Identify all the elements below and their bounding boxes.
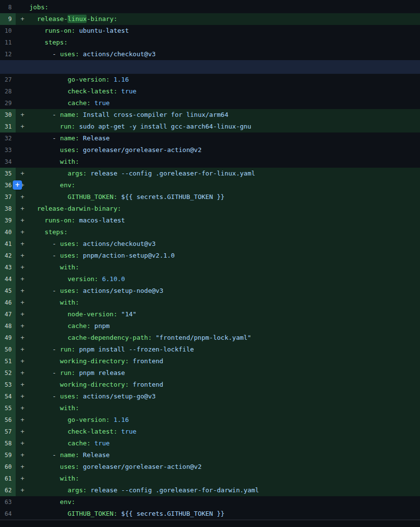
line-number[interactable]: 54: [0, 391, 16, 402]
line-number[interactable]: 63: [0, 496, 16, 508]
diff-add-marker: +: [16, 355, 29, 367]
line-number[interactable]: 41: [0, 238, 16, 250]
line-number[interactable]: 40: [0, 226, 16, 238]
diff-row: 59+ - name: Release: [0, 449, 420, 461]
code-token: check-latest:: [29, 428, 117, 435]
line-number[interactable]: 32: [0, 132, 16, 144]
line-number[interactable]: 52: [0, 367, 16, 379]
code-token: release --config .goreleaser-for-linux.y…: [87, 170, 255, 177]
diff-add-marker: [16, 74, 29, 86]
code-token: 1.16: [110, 416, 129, 423]
line-number[interactable]: 35: [0, 168, 16, 179]
diff-add-marker: +: [16, 402, 29, 414]
line-number[interactable]: 33: [0, 144, 16, 156]
line-number[interactable]: 47: [0, 308, 16, 320]
code-line: node-version: "14": [29, 308, 420, 320]
line-number[interactable]: 12: [0, 48, 16, 60]
line-number[interactable]: 58: [0, 438, 16, 449]
diff-add-marker: +: [16, 191, 29, 203]
code-token: cache:: [29, 439, 90, 447]
code-token: ${{ secrets.GITHUB_TOKEN }}: [117, 510, 224, 517]
diff-row: 30+ - name: Install cross-compiler for l…: [0, 109, 420, 121]
line-number[interactable]: 30: [0, 109, 16, 121]
diff-add-marker: +: [16, 473, 29, 484]
code-line: - uses: pnpm/action-setup@v2.1.0: [29, 250, 420, 262]
code-line: cache-dependency-path: "frontend/pnpm-lo…: [29, 332, 420, 344]
line-number[interactable]: 29: [0, 97, 16, 109]
line-number[interactable]: 61: [0, 473, 16, 484]
code-line: cache: pnpm: [29, 320, 420, 332]
line-number[interactable]: 62: [0, 484, 16, 496]
code-token: release-darwin-binary:: [29, 205, 121, 212]
code-token: true: [90, 439, 110, 447]
code-token: uses:: [60, 240, 79, 247]
code-line: - name: Install cross-compiler for linux…: [29, 109, 420, 121]
line-number[interactable]: 44: [0, 273, 16, 285]
line-number[interactable]: 60: [0, 461, 16, 473]
diff-row: 12 - uses: actions/checkout@v3: [0, 48, 420, 60]
code-token: runs-on:: [29, 217, 75, 224]
line-number[interactable]: 51: [0, 355, 16, 367]
diff-row: 11 steps:: [0, 37, 420, 48]
diff-add-marker: +: [16, 484, 29, 496]
line-number[interactable]: 38: [0, 203, 16, 215]
diff-row: 54+ - uses: actions/setup-go@v3: [0, 391, 420, 402]
diff-row: 36+ env:+: [0, 179, 420, 191]
code-token: -: [29, 287, 60, 294]
line-number[interactable]: 9: [0, 13, 16, 25]
diff-row: 35+ args: release --config .goreleaser-f…: [0, 168, 420, 179]
line-number[interactable]: 42: [0, 250, 16, 262]
line-number[interactable]: 59: [0, 449, 16, 461]
code-line: - run: pnpm install --frozen-lockfile: [29, 344, 420, 355]
code-token: check-latest:: [29, 88, 117, 95]
code-token: go-version:: [29, 416, 110, 423]
line-number[interactable]: 31: [0, 121, 16, 132]
code-token: GITHUB_TOKEN:: [29, 510, 117, 517]
diff-row: 43+ with:: [0, 262, 420, 273]
line-number[interactable]: 49: [0, 332, 16, 344]
line-number[interactable]: 28: [0, 86, 16, 97]
line-number[interactable]: 57: [0, 426, 16, 438]
line-number[interactable]: 55: [0, 402, 16, 414]
line-number[interactable]: 43: [0, 262, 16, 273]
line-number[interactable]: 11: [0, 37, 16, 48]
diff-row: 51+ working-directory: frontend: [0, 355, 420, 367]
code-token: args:: [29, 170, 87, 177]
code-token: GITHUB_TOKEN:: [29, 193, 117, 200]
line-number[interactable]: 45: [0, 285, 16, 297]
line-number[interactable]: 34: [0, 156, 16, 168]
line-number[interactable]: 53: [0, 379, 16, 391]
line-number[interactable]: 50: [0, 344, 16, 355]
line-number[interactable]: 46: [0, 297, 16, 308]
diff-add-marker: +: [16, 449, 29, 461]
code-token: actions/checkout@v3: [79, 240, 156, 247]
code-line: with:: [29, 297, 420, 308]
line-number[interactable]: 48: [0, 320, 16, 332]
code-token: uses:: [60, 287, 79, 294]
line-number[interactable]: 10: [0, 25, 16, 37]
code-token: macos-latest: [75, 217, 125, 224]
line-number[interactable]: 27: [0, 74, 16, 86]
hunk-expander[interactable]: [0, 60, 420, 74]
diff-row: 39+ runs-on: macos-latest: [0, 215, 420, 226]
diff-row: 44+ version: 6.10.0: [0, 273, 420, 285]
code-line: check-latest: true: [29, 426, 420, 438]
line-number[interactable]: 64: [0, 508, 16, 520]
code-token: working-directory:: [29, 381, 129, 388]
diff-row: 10 runs-on: ubuntu-latest: [0, 25, 420, 37]
code-token: pnpm install --frozen-lockfile: [75, 346, 194, 353]
code-line: release-linux-binary:: [29, 13, 420, 25]
line-number[interactable]: 37: [0, 191, 16, 203]
code-token: runs-on:: [29, 27, 75, 34]
code-token: -: [29, 134, 60, 142]
code-token: cache:: [29, 322, 90, 329]
line-number[interactable]: 8: [0, 1, 16, 13]
code-line: working-directory: frontend: [29, 379, 420, 391]
diff-add-marker: [16, 37, 29, 48]
diff-row: 60+ uses: goreleaser/goreleaser-action@v…: [0, 461, 420, 473]
code-token: working-directory:: [29, 357, 129, 365]
line-number[interactable]: 39: [0, 215, 16, 226]
add-comment-button[interactable]: +: [13, 180, 22, 190]
line-number[interactable]: 56: [0, 414, 16, 426]
code-line: env:: [29, 496, 420, 508]
